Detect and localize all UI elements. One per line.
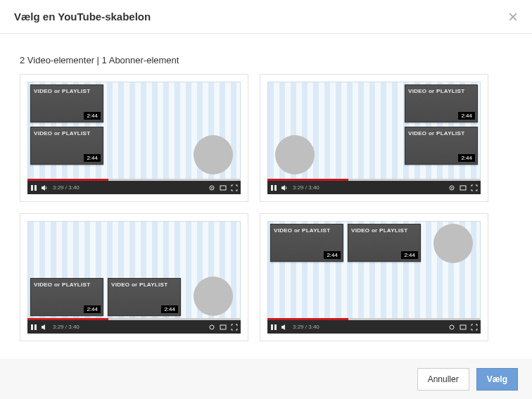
thumb-label: VIDEO or PLAYLIST <box>351 227 407 234</box>
thumb-label: VIDEO or PLAYLIST <box>111 281 167 288</box>
video-thumb: VIDEO or PLAYLIST 2:44 <box>270 224 343 262</box>
gear-icon <box>208 184 215 191</box>
dialog-header: Vælg en YouTube-skabelon × <box>0 0 532 34</box>
video-thumb: VIDEO or PLAYLIST 2:44 <box>30 278 103 316</box>
fullscreen-icon <box>231 324 238 331</box>
template-scroll-area[interactable]: 2 Video-elementer | 1 Abonner-element VI… <box>15 49 522 359</box>
svg-rect-6 <box>271 185 273 191</box>
player-controls: 3:29 / 3:40 <box>267 181 481 194</box>
svg-rect-7 <box>274 185 277 191</box>
video-thumb: VIDEO or PLAYLIST 2:44 <box>405 127 478 165</box>
gear-icon <box>448 184 455 191</box>
fullscreen-icon <box>471 184 478 191</box>
thumb-label: VIDEO or PLAYLIST <box>408 88 464 94</box>
subscribe-circle <box>275 135 315 175</box>
progress-bar <box>267 179 481 181</box>
svg-point-15 <box>210 325 214 329</box>
svg-rect-13 <box>34 324 37 330</box>
time-display: 3:29 / 3:40 <box>293 324 319 330</box>
svg-marker-14 <box>42 324 45 330</box>
video-thumb: VIDEO or PLAYLIST 2:44 <box>30 84 103 122</box>
close-icon[interactable]: × <box>508 8 518 25</box>
svg-marker-8 <box>281 185 285 191</box>
progress-bar <box>27 179 241 181</box>
theater-icon <box>460 184 467 191</box>
player-controls: 3:29 / 3:40 <box>267 320 481 334</box>
subscribe-circle <box>194 277 233 316</box>
thumb-duration: 2:44 <box>324 251 341 259</box>
gear-icon <box>448 324 455 331</box>
time-display: 3:29 / 3:40 <box>53 184 80 191</box>
dialog-title: Vælg en YouTube-skabelon <box>14 11 151 23</box>
template-option[interactable]: VIDEO or PLAYLIST 2:44 VIDEO or PLAYLIST… <box>260 74 488 202</box>
thumb-duration: 2:44 <box>84 305 101 313</box>
pause-icon <box>270 184 277 191</box>
svg-rect-1 <box>34 185 37 191</box>
section-title: 2 Video-elementer | 1 Abonner-element <box>15 49 517 74</box>
dialog-footer: Annuller Vælg <box>0 359 532 399</box>
video-thumb: VIDEO or PLAYLIST 2:44 <box>30 127 103 165</box>
time-display: 3:29 / 3:40 <box>53 324 80 330</box>
time-display: 3:29 / 3:40 <box>293 184 319 191</box>
pause-icon <box>30 184 37 191</box>
svg-rect-18 <box>274 324 277 330</box>
video-thumb: VIDEO or PLAYLIST 2:44 <box>108 278 181 316</box>
dialog-body: 2 Video-elementer | 1 Abonner-element VI… <box>0 34 532 359</box>
template-option[interactable]: VIDEO or PLAYLIST 2:44 VIDEO or PLAYLIST… <box>260 213 488 341</box>
svg-rect-16 <box>220 325 226 329</box>
template-grid: VIDEO or PLAYLIST 2:44 VIDEO or PLAYLIST… <box>15 74 517 355</box>
thumb-label: VIDEO or PLAYLIST <box>274 227 330 234</box>
thumb-duration: 2:44 <box>161 305 178 313</box>
thumb-label: VIDEO or PLAYLIST <box>34 88 90 94</box>
thumb-duration: 2:44 <box>84 154 101 162</box>
svg-marker-2 <box>42 185 45 191</box>
svg-rect-12 <box>31 324 33 330</box>
fullscreen-icon <box>231 184 238 191</box>
template-option[interactable]: VIDEO or PLAYLIST 2:44 VIDEO or PLAYLIST… <box>20 74 248 202</box>
gear-icon <box>208 324 215 331</box>
thumb-label: VIDEO or PLAYLIST <box>34 130 90 137</box>
volume-icon <box>42 324 49 331</box>
svg-point-20 <box>450 325 454 329</box>
pause-icon <box>270 324 277 331</box>
player-preview: VIDEO or PLAYLIST 2:44 VIDEO or PLAYLIST… <box>267 82 481 179</box>
thumb-duration: 2:44 <box>401 251 418 259</box>
thumb-label: VIDEO or PLAYLIST <box>408 130 464 137</box>
svg-rect-0 <box>31 185 33 191</box>
progress-bar <box>27 318 241 320</box>
video-thumb: VIDEO or PLAYLIST 2:44 <box>405 84 478 122</box>
select-button[interactable]: Vælg <box>476 368 518 391</box>
thumb-duration: 2:44 <box>458 112 475 120</box>
player-controls: 3:29 / 3:40 <box>27 181 241 194</box>
volume-icon <box>281 184 289 191</box>
subscribe-circle <box>194 135 233 175</box>
thumb-duration: 2:44 <box>458 154 475 162</box>
svg-rect-21 <box>460 325 466 329</box>
subscribe-circle <box>433 224 473 263</box>
player-controls: 3:29 / 3:40 <box>27 320 241 334</box>
svg-rect-11 <box>460 186 466 190</box>
player-preview: VIDEO or PLAYLIST 2:44 VIDEO or PLAYLIST… <box>267 221 481 318</box>
volume-icon <box>42 184 49 191</box>
thumb-label: VIDEO or PLAYLIST <box>34 281 90 288</box>
thumb-duration: 2:44 <box>84 112 101 120</box>
player-preview: VIDEO or PLAYLIST 2:44 VIDEO or PLAYLIST… <box>27 221 241 318</box>
theater-icon <box>220 324 227 331</box>
volume-icon <box>281 324 289 331</box>
svg-point-10 <box>451 187 452 189</box>
theater-icon <box>220 184 227 191</box>
svg-point-4 <box>211 187 213 189</box>
video-thumb: VIDEO or PLAYLIST 2:44 <box>348 224 421 262</box>
theater-icon <box>460 324 467 331</box>
cancel-button[interactable]: Annuller <box>417 368 469 391</box>
pause-icon <box>30 324 37 331</box>
progress-bar <box>267 318 481 320</box>
fullscreen-icon <box>471 324 478 331</box>
template-option[interactable]: VIDEO or PLAYLIST 2:44 VIDEO or PLAYLIST… <box>20 213 248 341</box>
svg-rect-5 <box>220 186 226 190</box>
player-preview: VIDEO or PLAYLIST 2:44 VIDEO or PLAYLIST… <box>27 82 241 179</box>
svg-marker-19 <box>281 324 285 330</box>
svg-rect-17 <box>271 324 273 330</box>
